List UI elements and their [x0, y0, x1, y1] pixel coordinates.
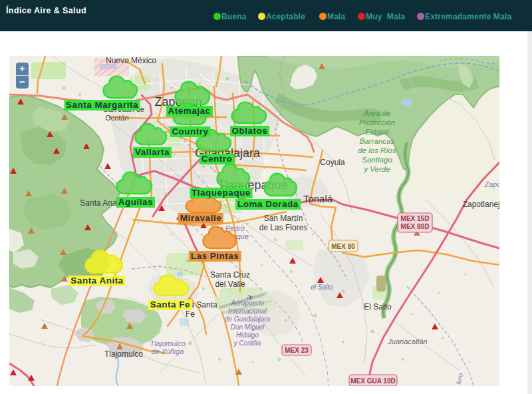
svg-text:de Zúñiga: de Zúñiga	[152, 347, 184, 355]
svg-text:Fe: Fe	[186, 309, 195, 319]
svg-text:Hidalgo: Hidalgo	[236, 331, 259, 339]
svg-text:Tlajomulco: Tlajomulco	[104, 349, 143, 359]
svg-text:MEX GUA 10D: MEX GUA 10D	[350, 377, 395, 385]
svg-text:Tlajomulco: Tlajomulco	[150, 339, 185, 347]
svg-text:San Martín: San Martín	[264, 214, 303, 223]
svg-text:MEX 80D: MEX 80D	[401, 223, 430, 230]
svg-text:del Valle: del Valle	[215, 280, 245, 289]
svg-text:Nuevo México: Nuevo México	[106, 56, 156, 65]
svg-text:Santa Ana: Santa Ana	[80, 198, 117, 208]
svg-text:Zapotlanejo: Zapotlanejo	[463, 200, 499, 209]
svg-text:de Las Flores: de Las Flores	[259, 223, 308, 232]
svg-text:Juanacatlán: Juanacatlán	[387, 337, 427, 345]
svg-text:Zapo: Zapo	[483, 180, 499, 188]
svg-text:Barrancas: Barrancas	[360, 137, 395, 145]
svg-text:a Santa: a Santa	[190, 300, 217, 309]
svg-text:Área de: Área de	[363, 109, 390, 117]
svg-text:Ocotán: Ocotán	[105, 114, 128, 122]
svg-text:MEX 15D: MEX 15D	[401, 215, 430, 222]
svg-text:de los Ríos: de los Ríos	[358, 146, 396, 154]
svg-text:Protección: Protección	[359, 118, 395, 126]
svg-text:MEX 23: MEX 23	[285, 347, 309, 354]
svg-text:Tonalá: Tonalá	[303, 193, 333, 204]
svg-text:y Verde: y Verde	[363, 165, 390, 173]
svg-text:MEX 80: MEX 80	[331, 243, 355, 250]
svg-text:Estatal: Estatal	[365, 128, 389, 136]
svg-text:Internacional: Internacional	[228, 307, 267, 315]
svg-text:de Guadalajara: de Guadalajara	[225, 315, 271, 323]
svg-text:Don Miguel: Don Miguel	[231, 323, 265, 331]
svg-text:Aeropuerto: Aeropuerto	[230, 299, 264, 307]
svg-text:Santiago: Santiago	[362, 156, 392, 164]
svg-text:y Costilla: y Costilla	[233, 339, 261, 347]
svg-text:Coyula: Coyula	[320, 158, 345, 167]
svg-text:el Salto: el Salto	[311, 284, 333, 291]
svg-text:Santa Cruz: Santa Cruz	[210, 270, 250, 280]
svg-text:El Salto: El Salto	[364, 302, 392, 311]
